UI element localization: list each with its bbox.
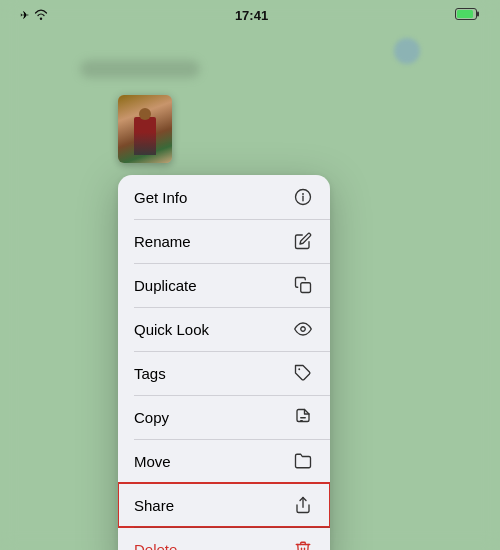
folder-icon	[292, 450, 314, 472]
menu-label-get-info: Get Info	[134, 189, 187, 206]
menu-item-quick-look[interactable]: Quick Look	[118, 307, 330, 351]
wifi-icon	[34, 6, 48, 24]
menu-item-move[interactable]: Move	[118, 439, 330, 483]
menu-item-get-info[interactable]: Get Info	[118, 175, 330, 219]
trash-icon	[292, 538, 314, 550]
context-menu: Get Info Rename Duplicate	[118, 175, 330, 550]
battery-icon	[455, 6, 480, 24]
menu-item-delete[interactable]: Delete	[118, 527, 330, 550]
share-icon	[292, 494, 314, 516]
tag-icon	[292, 362, 314, 384]
status-bar: ✈ 17:41	[0, 0, 500, 30]
pencil-icon	[292, 230, 314, 252]
status-right-icons	[455, 6, 480, 24]
duplicate-icon	[292, 274, 314, 296]
menu-label-copy: Copy	[134, 409, 169, 426]
menu-label-rename: Rename	[134, 233, 191, 250]
menu-label-tags: Tags	[134, 365, 166, 382]
svg-rect-1	[457, 10, 473, 18]
status-left-icons: ✈	[20, 6, 48, 24]
menu-item-tags[interactable]: Tags	[118, 351, 330, 395]
status-time: 17:41	[235, 8, 268, 23]
info-icon	[292, 186, 314, 208]
svg-point-7	[301, 327, 306, 332]
svg-rect-6	[301, 283, 311, 293]
bg-dot-blur	[394, 38, 420, 64]
menu-item-share[interactable]: Share	[118, 483, 330, 527]
copy-icon	[292, 406, 314, 428]
thumbnail-figure	[134, 117, 156, 155]
menu-label-share: Share	[134, 497, 174, 514]
svg-rect-2	[477, 12, 479, 17]
menu-label-move: Move	[134, 453, 171, 470]
menu-item-rename[interactable]: Rename	[118, 219, 330, 263]
menu-label-duplicate: Duplicate	[134, 277, 197, 294]
eye-icon	[292, 318, 314, 340]
file-thumbnail	[118, 95, 172, 163]
bg-text-blur	[80, 60, 200, 78]
thumbnail-head	[139, 108, 151, 120]
menu-label-delete: Delete	[134, 541, 177, 551]
menu-label-quick-look: Quick Look	[134, 321, 209, 338]
airplane-icon: ✈	[20, 9, 29, 22]
menu-item-copy[interactable]: Copy	[118, 395, 330, 439]
thumbnail-image	[118, 95, 172, 163]
menu-item-duplicate[interactable]: Duplicate	[118, 263, 330, 307]
